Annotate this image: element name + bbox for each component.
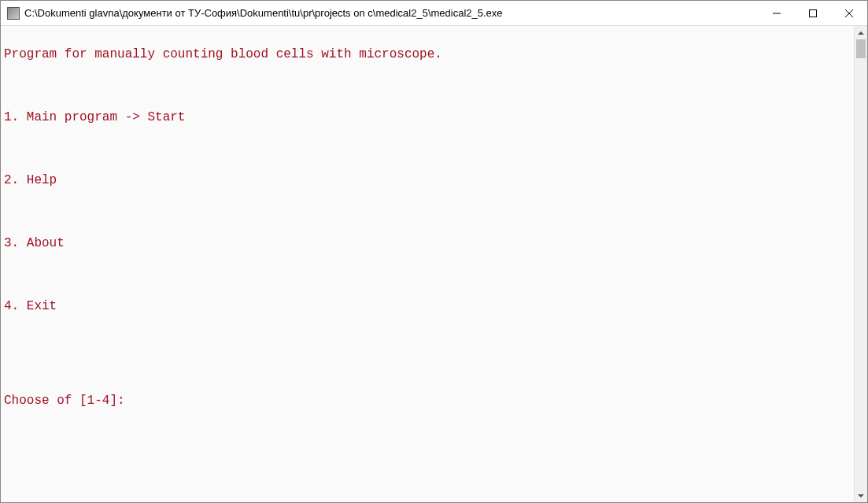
minimize-button[interactable] [759,1,795,25]
scroll-up-button[interactable] [855,26,867,39]
scroll-down-button[interactable] [855,489,867,502]
console-area: Program for manually counting blood cell… [1,26,867,502]
blank-line [4,204,851,220]
close-button[interactable] [831,1,867,25]
maximize-icon [809,9,817,17]
app-icon [7,7,20,20]
console-content[interactable]: Program for manually counting blood cell… [1,26,854,502]
close-icon [845,9,853,17]
blank-line [4,78,851,94]
blank-line [4,361,851,377]
console-header: Program for manually counting blood cell… [4,46,851,62]
blank-line [4,141,851,157]
minimize-icon [773,9,781,17]
chevron-down-icon [858,494,864,497]
menu-item-1: 1. Main program -> Start [4,109,851,125]
titlebar: C:\Dokumenti glavna\документи от ТУ-Софи… [1,1,867,26]
chevron-up-icon [858,31,864,35]
maximize-button[interactable] [795,1,831,25]
vertical-scrollbar[interactable] [854,26,867,502]
scroll-thumb[interactable] [856,39,866,58]
menu-item-4: 4. Exit [4,298,851,314]
menu-item-2: 2. Help [4,172,851,188]
menu-item-3: 3. About [4,235,851,251]
window-controls [759,1,867,25]
svg-marker-5 [858,494,864,497]
svg-rect-1 [810,9,817,17]
window-title: C:\Dokumenti glavna\документи от ТУ-Софи… [24,7,759,19]
blank-line [4,330,851,346]
console-prompt: Choose of [1-4]: [4,393,851,409]
blank-line [4,267,851,283]
svg-marker-4 [858,31,864,35]
